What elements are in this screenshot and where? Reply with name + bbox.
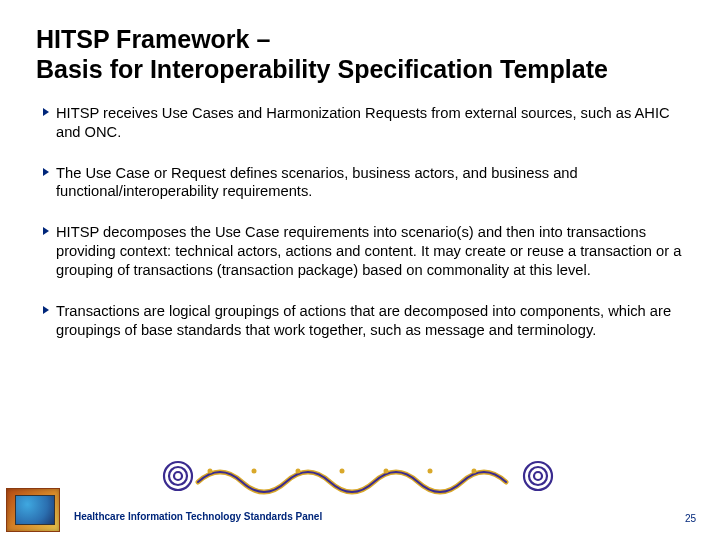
logo-icon <box>6 488 60 532</box>
page-title: HITSP Framework – Basis for Interoperabi… <box>36 24 684 84</box>
svg-point-11 <box>529 467 547 485</box>
svg-point-8 <box>428 469 433 474</box>
bullet-arrow-icon <box>42 106 50 121</box>
list-item: HITSP decomposes the Use Case requiremen… <box>42 223 684 279</box>
bullet-text: The Use Case or Request defines scenario… <box>56 165 578 200</box>
bullet-text: Transactions are logical groupings of ac… <box>56 303 671 338</box>
slide: HITSP Framework – Basis for Interoperabi… <box>0 0 720 540</box>
svg-point-7 <box>384 469 389 474</box>
svg-point-5 <box>296 469 301 474</box>
svg-point-2 <box>174 472 182 480</box>
title-line-1: HITSP Framework – <box>36 25 270 53</box>
svg-point-3 <box>208 469 213 474</box>
svg-point-6 <box>340 469 345 474</box>
list-item: The Use Case or Request defines scenario… <box>42 164 684 202</box>
list-item: Transactions are logical groupings of ac… <box>42 302 684 340</box>
bullet-text: HITSP decomposes the Use Case requiremen… <box>56 224 681 278</box>
svg-point-4 <box>252 469 257 474</box>
svg-point-9 <box>472 469 477 474</box>
bullet-arrow-icon <box>42 304 50 319</box>
page-number: 25 <box>685 513 696 524</box>
list-item: HITSP receives Use Cases and Harmonizati… <box>42 104 684 142</box>
bullet-arrow-icon <box>42 225 50 240</box>
decorative-swirl-icon <box>150 456 570 496</box>
bullet-text: HITSP receives Use Cases and Harmonizati… <box>56 105 670 140</box>
bullet-list: HITSP receives Use Cases and Harmonizati… <box>36 104 684 339</box>
svg-point-1 <box>169 467 187 485</box>
title-line-2: Basis for Interoperability Specification… <box>36 55 608 83</box>
footer-label: Healthcare Information Technology Standa… <box>74 511 322 522</box>
svg-point-12 <box>534 472 542 480</box>
bullet-arrow-icon <box>42 166 50 181</box>
